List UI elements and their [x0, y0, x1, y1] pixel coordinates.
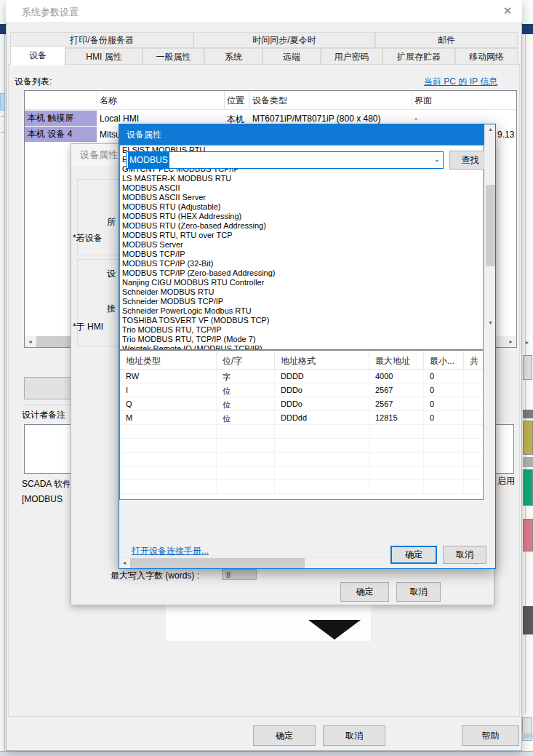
background-toolbar-band — [0, 24, 6, 34]
address-table-row[interactable] — [120, 439, 483, 453]
driver-list-item[interactable]: MODBUS RTU (Adjustable) — [120, 202, 473, 212]
mid-label-interface: 接 — [107, 303, 116, 315]
current-pc-ip-link[interactable]: 当前 PC 的 IP 信息 — [424, 76, 497, 88]
device-row-local-hmi-label[interactable]: 本机 触摸屏 — [25, 111, 97, 126]
device-row-device4-label[interactable]: 本机 设备 4 — [25, 127, 97, 142]
main-ok-button[interactable]: 确定 — [253, 725, 316, 746]
address-table-cell — [464, 466, 483, 480]
col-header-device-type[interactable]: 设备类型 — [252, 95, 287, 107]
driver-list-item[interactable]: Schneider MODBUS RTU — [120, 287, 473, 297]
driver-list-item[interactable]: LS MASTER-K MODBUS RTU — [120, 174, 473, 183]
address-table-cell: Q — [120, 397, 217, 410]
address-table-row[interactable]: Q位DDDo25670 — [120, 397, 483, 411]
background-panel — [523, 355, 532, 380]
canvas-arrow-object — [308, 620, 361, 640]
device-row-local-hmi-name[interactable]: Local HMI — [100, 114, 139, 124]
col-header-location[interactable]: 位置 — [227, 95, 244, 107]
address-table-row[interactable]: I位DDDo25670 — [120, 383, 483, 397]
close-icon[interactable]: ✕ — [499, 3, 516, 19]
address-table-row[interactable]: RW字DDDD40000 — [120, 370, 483, 383]
driver-list-item[interactable]: MODBUS Server — [120, 240, 473, 250]
addr-col-min[interactable]: 最小... — [424, 351, 464, 369]
addr-col-type[interactable]: 地址类型 — [120, 351, 217, 369]
driver-list-item[interactable]: Trio MODBUS RTU, TCP/IP (Mode 7) — [120, 335, 473, 344]
address-table-row[interactable] — [120, 425, 483, 439]
driver-list-item[interactable]: Nanjing CIGU MODBUS RTU Controller — [120, 278, 473, 287]
addr-col-max[interactable]: 最大地址 — [369, 351, 424, 369]
device-row-local-hmi-interface[interactable]: - — [414, 114, 417, 124]
tab-general[interactable]: 一般属性 — [143, 48, 204, 65]
background-scroll-right-icon[interactable]: ▸ — [523, 337, 532, 348]
header-separator — [412, 91, 412, 109]
scroll-left-icon[interactable]: ◂ — [25, 336, 36, 347]
address-table-cell: 2567 — [369, 397, 424, 410]
driver-filter-value: MODBUS — [128, 152, 169, 168]
address-table-cell: M — [120, 411, 217, 424]
tab-cellular[interactable]: 移动网络 — [455, 48, 518, 65]
col-header-interface[interactable]: 界面 — [414, 95, 432, 107]
open-device-manual-link[interactable]: 打开设备连接手册... — [132, 545, 209, 557]
mid-cancel-button[interactable]: 取消 — [396, 582, 441, 602]
address-table-cell — [217, 453, 275, 466]
main-help-button[interactable]: 帮助 — [462, 725, 519, 746]
driver-list-item[interactable]: Schneider MODBUS TCP/IP — [120, 297, 473, 306]
mid-ok-button[interactable]: 确定 — [340, 582, 389, 602]
driver-listbox[interactable]: ELSIST MODBUS RTUELSIST MODBUS TCP/IPGMT… — [119, 145, 484, 350]
driver-list-item[interactable]: MODBUS RTU (Zero-based Addressing) — [120, 221, 473, 231]
max-write-words-select[interactable]: 8 — [222, 569, 257, 580]
device-row-device4-name[interactable]: Mitsu — [100, 130, 121, 140]
driver-list-item[interactable]: MODBUS ASCII Server — [120, 193, 473, 202]
address-table-row[interactable] — [120, 466, 483, 480]
driver-list-item[interactable]: Weintek Remote IO (MODBUS TCP/IP) — [120, 344, 473, 350]
scroll-right-icon[interactable]: ▸ — [505, 336, 516, 347]
tab-system[interactable]: 系统 — [204, 48, 263, 65]
driver-filter-combobox[interactable]: MODBUS ⌄ — [126, 151, 444, 169]
address-table-cell: I — [120, 383, 217, 397]
driver-list-item[interactable]: MODBUS TCP/IP — [120, 250, 473, 259]
driver-list-item[interactable]: MODBUS ASCII — [120, 183, 473, 193]
background-palette-sliver — [523, 410, 533, 418]
address-table-cell — [424, 425, 464, 438]
background-palette-pink — [523, 519, 533, 552]
driver-list-item[interactable]: MODBUS TCP/IP (32-Bit) — [120, 259, 473, 268]
tab-mail[interactable]: 邮件 — [375, 32, 518, 48]
scada-info-line1: SCADA 软件 — [22, 478, 70, 490]
driver-cancel-button[interactable]: 取消 — [443, 546, 486, 564]
device-row-local-hmi-type[interactable]: MT6071iP/MT8071iP (800 x 480) — [252, 114, 381, 124]
background-tick — [1, 132, 4, 133]
mid-label-device: 设 — [107, 268, 116, 280]
addr-col-shared[interactable]: 共 — [464, 351, 483, 369]
address-table-row[interactable] — [120, 480, 483, 494]
driver-ok-button[interactable]: 确定 — [390, 546, 437, 564]
address-table-cell: 0 — [424, 383, 464, 397]
driver-list-item[interactable]: Trio MODBUS RTU, TCP/IP — [120, 325, 473, 335]
driver-list-item[interactable]: TOSHIBA TOSVERT VF (MODBUS TCP) — [120, 316, 473, 325]
col-header-name[interactable]: 名称 — [100, 95, 117, 107]
tab-hmi-properties[interactable]: HMI 属性 — [65, 48, 143, 65]
address-table-cell — [464, 425, 483, 438]
header-underline — [25, 109, 516, 110]
address-table-cell — [464, 453, 483, 466]
main-cancel-button[interactable]: 取消 — [323, 725, 385, 746]
tab-time-sync[interactable]: 时间同步/夏令时 — [193, 32, 375, 48]
tab-extended-memory[interactable]: 扩展存贮器 — [382, 48, 455, 65]
tab-device[interactable]: 设备 — [10, 46, 65, 65]
tab-remote[interactable]: 远端 — [263, 48, 321, 65]
address-table-cell: RW — [120, 370, 217, 383]
driver-list-item[interactable]: Schneider PowerLogic Modbus RTU — [120, 306, 473, 316]
address-table-row[interactable]: M位DDDdd128150 — [120, 411, 483, 425]
address-table-row[interactable] — [120, 453, 483, 466]
driver-list-item[interactable]: MODBUS TCP/IP (Zero-based Addressing) — [120, 268, 473, 278]
addr-col-format[interactable]: 地址格式 — [275, 351, 369, 369]
address-table-cell — [424, 439, 464, 452]
driver-list-item[interactable]: MODBUS RTU (HEX Addressing) — [120, 212, 473, 221]
address-table-cell — [424, 466, 464, 480]
tab-user-password[interactable]: 用户密码 — [321, 48, 382, 65]
addr-col-bitword[interactable]: 位/字 — [217, 351, 275, 369]
driver-dialog-title[interactable]: 设备属性 — [119, 124, 495, 145]
background-palette-gray — [523, 457, 533, 467]
driver-list-item[interactable]: MODBUS RTU, RTU over TCP — [120, 231, 473, 240]
address-table-cell: DDDo — [275, 383, 369, 397]
chevron-down-icon[interactable]: ⌄ — [434, 155, 440, 163]
system-settings-titlebar[interactable] — [6, 0, 522, 22]
